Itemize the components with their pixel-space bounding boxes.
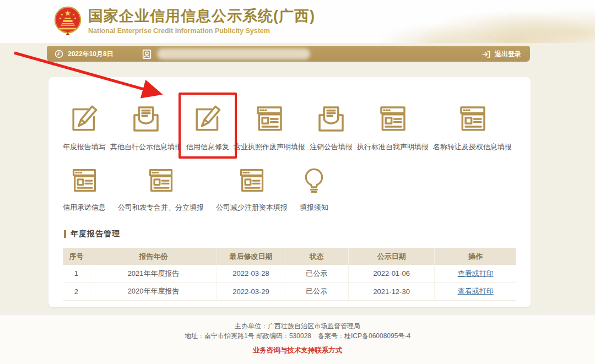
cell-last-modified: 2022-03-29 [217,282,285,300]
col-publish-date: 公示日期 [348,248,434,265]
bulb-icon [300,166,328,195]
table-header-row: 序号 报告年份 最后修改日期 状态 公示日期 操作 [63,248,516,265]
shortcut-row-1: 年度报告填写 其他自行公示信息填报 信用信息修复 营业执照作废声明填报 注销公告… [48,77,531,152]
shortcut-label: 注销公告填报 [310,142,353,152]
page-subtitle: National Enterprise Credit Information P… [88,27,315,35]
user-chip [142,48,310,60]
shortcut-filing-instructions[interactable]: 填报须知 [300,166,328,213]
col-action: 操作 [435,248,516,265]
national-emblem-icon [54,6,82,36]
brand: 国家企业信用信息公示系统(广西) National Enterprise Cre… [54,6,315,36]
cell-seq: 1 [63,265,90,282]
section-bar [64,230,66,238]
form-icon [70,166,99,195]
logout-label: 退出登录 [495,50,521,59]
shortcut-label: 年度报告填写 [63,142,106,152]
shortcut-merger-division-fill[interactable]: 公司和农专合并、分立填报 [118,166,204,213]
footer-address: 地址：南宁市怡宾路1号 邮政编码：530028 备案号：桂ICP备0600809… [0,331,595,341]
cell-last-modified: 2022-03-28 [217,265,285,282]
page: 国家企业信用信息公示系统(广西) National Enterprise Cre… [0,0,595,364]
shortcut-label: 公司和农专合并、分立填报 [118,203,204,213]
table-row: 2 2020年年度报告 2022-03-29 已公示 2021-12-30 查看… [63,282,516,300]
landscape-watermark [309,0,595,43]
col-seq: 序号 [63,248,90,265]
cell-publish-date: 2021-12-30 [348,282,434,300]
table-row: 1 2021年年度报告 2022-03-28 已公示 2022-01-06 查看… [63,265,516,282]
cell-report-year: 2020年年度报告 [90,282,217,300]
shortcut-label: 其他自行公示信息填报 [110,142,182,152]
shortcut-credit-commitment-info[interactable]: 信用承诺信息 [63,166,106,213]
section-title: 年度报告管理 [71,229,120,239]
toolbar: 2022年10月8日 退出登录 [47,46,530,62]
current-date: 2022年10月8日 [68,50,113,59]
annual-report-table: 序号 报告年份 最后修改日期 状态 公示日期 操作 1 2021年年度报告 20… [63,248,516,301]
form-icon [254,104,285,134]
form-icon [237,166,266,195]
inbox-icon [316,104,347,134]
shortcut-label: 信用承诺信息 [63,203,106,213]
inbox-icon [131,104,161,134]
form-icon [377,104,408,134]
cell-seq: 2 [63,282,90,300]
shortcut-label: 名称转让及授权信息填报 [433,142,512,152]
view-or-print-link[interactable]: 查看或打印 [458,269,494,278]
shortcut-license-void-declaration[interactable]: 营业执照作废声明填报 [234,104,305,152]
shortcut-cancellation-notice[interactable]: 注销公告填报 [310,104,353,152]
shortcut-credit-info-repair[interactable]: 信用信息修复 [186,104,229,152]
col-report-year: 报告年份 [90,248,217,265]
cell-status: 已公示 [285,265,348,282]
footer-contact-link[interactable]: 业务咨询与技术支持联系方式 [253,346,343,355]
shortcut-row-2: 信用承诺信息 公司和农专合并、分立填报 公司减少注册资本填报 填报须知 [48,166,531,213]
edit-icon [192,104,223,134]
shortcut-label: 信用信息修复 [186,142,229,152]
logout-button[interactable]: 退出登录 [480,47,522,61]
cell-status: 已公示 [285,282,348,300]
clock-icon [55,50,63,58]
shortcut-other-publicity-info[interactable]: 其他自行公示信息填报 [110,104,182,152]
col-status: 状态 [285,248,348,265]
shortcut-name-transfer-authorization[interactable]: 名称转让及授权信息填报 [433,104,512,152]
shortcut-label: 填报须知 [300,203,328,213]
col-last-modified: 最后修改日期 [217,248,285,265]
shortcut-label: 公司减少注册资本填报 [216,203,288,213]
annual-report-section-head: 年度报告管理 [64,229,531,239]
logout-icon [482,50,491,59]
username-redacted [157,48,310,59]
view-or-print-link[interactable]: 查看或打印 [458,287,494,295]
page-title: 国家企业信用信息公示系统(广西) [88,7,315,25]
cell-report-year: 2021年年度报告 [90,265,217,282]
form-icon [457,104,488,134]
shortcut-annual-report-fill[interactable]: 年度报告填写 [63,104,106,152]
cell-publish-date: 2022-01-06 [348,265,434,282]
site-header: 国家企业信用信息公示系统(广西) National Enterprise Cre… [0,0,595,43]
page-footer: 主办单位：广西壮族自治区市场监督管理局 地址：南宁市怡宾路1号 邮政编码：530… [0,314,595,364]
shortcut-label: 执行标准自我声明填报 [357,142,429,152]
shortcut-label: 营业执照作废声明填报 [234,142,305,152]
edit-icon [69,104,100,134]
shortcut-capital-reduction-fill[interactable]: 公司减少注册资本填报 [216,166,288,213]
form-icon [147,166,175,195]
shortcut-standard-self-declaration[interactable]: 执行标准自我声明填报 [357,104,429,152]
user-id-icon [142,48,152,60]
footer-organizer: 主办单位：广西壮族自治区市场监督管理局 [0,321,595,331]
main-card: 年度报告填写 其他自行公示信息填报 信用信息修复 营业执照作废声明填报 注销公告… [48,77,531,307]
